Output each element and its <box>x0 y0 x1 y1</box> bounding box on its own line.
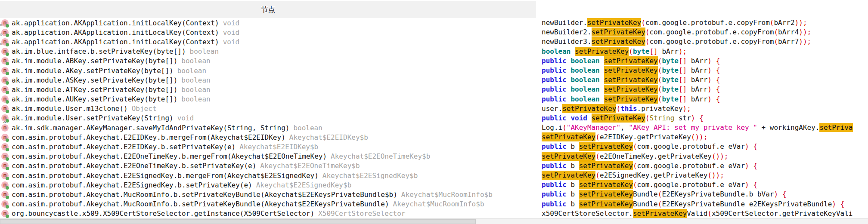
method-signature: ak.im.module.ATKey.setPrivateKey(byte[]) <box>12 86 177 94</box>
method-signature: com.asim.protobuf.Akeychat.E2EIDKey.b.se… <box>12 143 236 151</box>
method-signature: com.asim.protobuf.Akeychat.E2ESignedKey.… <box>12 181 252 189</box>
method-icon: ⚙^ <box>1 172 9 179</box>
table-row[interactable]: ⚙^ ak.application.AKApplication.initLoca… <box>0 28 536 37</box>
return-type: boolean <box>177 67 206 75</box>
return-type: boolean <box>293 124 322 132</box>
table-row[interactable]: ⚙^ com.asim.protobuf.Akeychat.E2ESignedK… <box>0 180 536 190</box>
code-line[interactable]: public b setPrivateKeyBundle(E2EKeysPriv… <box>536 190 868 199</box>
method-icon: ⚙^ <box>1 153 9 160</box>
return-type: Akeychat$E2EOneTimeKey$b <box>260 162 360 170</box>
xref-table: { "header": { "node_column_label": "节点" … <box>0 0 868 224</box>
method-hat-icon: ⚙^ <box>1 124 9 132</box>
return-type: boolean <box>181 76 210 84</box>
method-gear-icon: ⚙^ <box>1 38 9 46</box>
method-signature: ak.im.sdk.manager.AKeyManager.saveMyIdAn… <box>12 124 289 132</box>
horizontal-scrollbar-thumb[interactable] <box>0 219 476 224</box>
table-row[interactable]: ⚙^ ak.im.module.User.m13clone() Object <box>0 104 536 114</box>
table-row[interactable]: ⚙^ com.asim.protobuf.Akeychat.E2EIDKey.b… <box>0 132 536 142</box>
code-line[interactable]: public b setPrivateKey(com.google.protob… <box>536 142 868 151</box>
method-signature: com.asim.protobuf.Akeychat.E2EOneTimeKey… <box>12 152 327 160</box>
return-type: Akeychat$E2ESignedKey$b <box>256 181 352 189</box>
return-type: boolean <box>181 86 210 94</box>
table-row[interactable]: ⚙^ ak.im.sdk.manager.AKeyManager.saveMyI… <box>0 123 536 132</box>
table-row[interactable]: ⚙^ ak.im.module.AKey.setPrivateKey(byte[… <box>0 66 536 75</box>
table-row[interactable]: ⚙^ com.asim.protobuf.Akeychat.MucRoomInf… <box>0 190 536 199</box>
table-row[interactable]: ⚙^ com.asim.protobuf.Akeychat.E2ESignedK… <box>0 171 536 180</box>
code-line[interactable]: user.setPrivateKey(this.privateKey); <box>536 104 868 114</box>
code-column: newBuilder.setPrivateKey(com.google.prot… <box>536 18 868 218</box>
method-icon: ⚙^ <box>1 86 9 93</box>
method-signature: ak.application.AKApplication.initLocalKe… <box>12 19 219 27</box>
method-signature: ak.application.AKApplication.initLocalKe… <box>12 38 219 46</box>
code-line[interactable]: public boolean setPrivateKey(byte[] bArr… <box>536 85 868 94</box>
method-icon: ⚙^ <box>1 77 9 84</box>
code-line[interactable]: public b setPrivateKey(com.google.protob… <box>536 180 868 190</box>
table-row[interactable]: ⚙^ com.asim.protobuf.Akeychat.E2EIDKey.b… <box>0 142 536 151</box>
method-signature: ak.im.module.AUKey.setPrivateKey(byte[]) <box>12 95 177 103</box>
table-row[interactable]: ⚙^ ak.application.AKApplication.initLoca… <box>0 37 536 46</box>
table-row[interactable]: ⚙^ ak.im.module.ABKey.setPrivateKey(byte… <box>0 56 536 66</box>
method-icon: ⚙^ <box>1 210 9 217</box>
return-type: boolean <box>190 47 219 55</box>
code-line[interactable]: setPrivateKey(e2ESignedKey.getPrivateKey… <box>536 171 868 180</box>
gear-icon: ⚙ <box>0 33 2 37</box>
table-row[interactable]: ⚙^ org.bouncycastle.x509.X509CertStoreSe… <box>0 209 536 218</box>
return-type: Akeychat$E2EIDKey$b <box>239 143 318 151</box>
method-icon: ⚙^ <box>1 143 9 150</box>
method-signature: ak.im.module.User.m13clone() <box>12 104 128 113</box>
code-line[interactable]: public boolean setPrivateKey(byte[] bArr… <box>536 75 868 85</box>
table-row[interactable]: ⚙^ ak.application.AKApplication.initLoca… <box>0 18 536 28</box>
code-line[interactable]: x509CertStoreSelector.setPrivateKeyValid… <box>536 209 868 218</box>
method-icon: ⚙^ <box>1 105 9 112</box>
table-row[interactable]: ⚙^ com.asim.protobuf.Akeychat.E2EOneTime… <box>0 161 536 171</box>
code-line[interactable]: public boolean setPrivateKey(byte[] bArr… <box>536 66 868 75</box>
method-signature: org.bouncycastle.x509.X509CertStoreSelec… <box>12 209 314 218</box>
method-icon: ⚙^ <box>1 191 9 198</box>
horizontal-scrollbar[interactable] <box>0 218 868 224</box>
caret-icon: ^ <box>3 122 6 126</box>
method-signature: com.asim.protobuf.Akeychat.E2EOneTimeKey… <box>12 162 256 170</box>
gear-icon: ⚙ <box>0 23 2 27</box>
table-row[interactable]: ⚙^ ak.im.module.ASKey.setPrivateKey(byte… <box>0 75 536 85</box>
table-row[interactable]: ⚙^ ak.im.module.AUKey.setPrivateKey(byte… <box>0 95 536 104</box>
node-column-header[interactable]: 节点 <box>0 1 536 18</box>
method-signature: ak.im.module.ABKey.setPrivateKey(byte[]) <box>12 57 177 65</box>
method-icon: ⚙^ <box>1 200 9 208</box>
method-signature: com.asim.protobuf.Akeychat.E2ESignedKey.… <box>12 172 319 180</box>
table-row[interactable]: ⚙^ ak.im.module.ATKey.setPrivateKey(byte… <box>0 85 536 94</box>
method-signature: ak.im.module.User.setPrivateKey(String) <box>12 114 174 122</box>
node-list: ⚙^ ak.application.AKApplication.initLoca… <box>0 18 536 218</box>
code-line[interactable]: public b setPrivateKeyBundle(E2EKeysPriv… <box>536 199 868 209</box>
method-gear-icon: ⚙^ <box>1 29 9 36</box>
table-row[interactable]: ⚙^ com.asim.protobuf.Akeychat.MucRoomInf… <box>0 199 536 209</box>
table-row[interactable]: ⚙^ ak.im.blue.intface.b.setPrivateKey(by… <box>0 47 536 56</box>
method-signature: com.asim.protobuf.Akeychat.MucRoomInfo.b… <box>12 190 397 199</box>
return-type: Akeychat$E2EIDKey$b <box>289 133 368 141</box>
code-line[interactable]: boolean setPrivateKey(byte[] bArr); <box>536 47 868 56</box>
method-signature: ak.application.AKApplication.initLocalKe… <box>12 28 219 37</box>
method-icon: ⚙^ <box>1 48 9 55</box>
code-line[interactable]: newBuilder3.setPrivateKey(com.google.pro… <box>536 37 868 46</box>
code-line[interactable]: public boolean setPrivateKey(byte[] bArr… <box>536 95 868 104</box>
code-line[interactable]: newBuilder.setPrivateKey(com.google.prot… <box>536 18 868 28</box>
return-type: X509CertStoreSelector <box>318 209 405 218</box>
return-type: Akeychat$MucRoomInfo$b <box>401 190 493 199</box>
return-type: Object <box>132 104 157 113</box>
return-type: void <box>223 19 240 27</box>
code-line[interactable]: public boolean setPrivateKey(byte[] bArr… <box>536 56 868 66</box>
method-icon: ⚙^ <box>1 181 9 189</box>
code-line[interactable]: public b setPrivateKey(com.google.protob… <box>536 161 868 171</box>
code-line[interactable]: setPrivateKey(e2EOneTimeKey.getPrivateKe… <box>536 152 868 161</box>
method-icon: ⚙^ <box>1 57 9 64</box>
method-signature: ak.im.blue.intface.b.setPrivateKey(byte[… <box>12 47 186 55</box>
code-line[interactable]: public void setPrivateKey(String str) { <box>536 114 868 123</box>
node-column-header-label: 节点 <box>261 5 276 15</box>
gear-icon: ⚙ <box>0 42 2 46</box>
table-row[interactable]: ⚙^ ak.im.module.User.setPrivateKey(Strin… <box>0 114 536 123</box>
return-type: void <box>223 28 240 37</box>
code-line[interactable]: Log.i("AKeyManager", "AKey API: set my p… <box>536 123 868 132</box>
method-signature: com.asim.protobuf.Akeychat.E2EIDKey.b.me… <box>12 133 285 141</box>
table-row[interactable]: ⚙^ com.asim.protobuf.Akeychat.E2EOneTime… <box>0 152 536 161</box>
code-line[interactable]: newBuilder2.setPrivateKey(com.google.pro… <box>536 28 868 37</box>
code-line[interactable]: setPrivateKey(e2EIDKey.getPrivateKey()); <box>536 132 868 142</box>
